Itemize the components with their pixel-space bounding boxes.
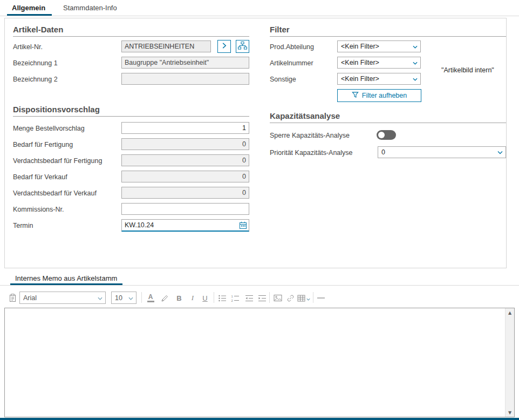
memo-divider — [0, 285, 519, 286]
font-color-icon[interactable]: A — [145, 292, 156, 304]
toolbar-separator — [269, 292, 270, 303]
scroll-up-arrow[interactable]: ▲ — [506, 308, 514, 317]
sperre-kapazitaets-analyse-label: Sperre Kapazitäts-Analyse — [270, 132, 350, 139]
menge-bestellvorschlag-label: Menge Bestellvorschlag — [13, 125, 85, 132]
artikelnummer-select[interactable]: <Kein Filter> — [337, 57, 421, 69]
prioritaet-kapazitaets-analyse-select[interactable]: 0 — [378, 146, 506, 158]
section-title-artikel-daten: Artikel-Daten — [13, 25, 63, 34]
sonstige-select[interactable]: <Kein Filter> — [337, 73, 421, 85]
artikelnummer-value: <Kein Filter> — [341, 59, 379, 66]
chevron-down-icon — [413, 75, 418, 83]
window-bottom-border — [0, 418, 519, 420]
section-rule — [270, 123, 506, 123]
verdachtsbedarf-verkauf-label: Verdachtsbedarf für Verkauf — [13, 189, 97, 197]
bullet-list-icon[interactable] — [216, 292, 228, 304]
bedarf-fertigung-label: Bedarf für Fertigung — [13, 141, 73, 148]
indent-icon[interactable] — [256, 292, 268, 304]
sonstige-value: <Kein Filter> — [341, 75, 379, 83]
svg-text:1: 1 — [231, 294, 234, 297]
calendar-icon[interactable] — [239, 221, 247, 232]
prioritaet-kapazitaets-analyse-label: Priorität Kapazitäts-Analyse — [270, 149, 353, 157]
chevron-down-icon — [413, 59, 418, 66]
org-chart-icon — [238, 42, 247, 51]
bezeichnung1-input[interactable] — [121, 57, 249, 69]
chevron-down-icon — [128, 294, 133, 302]
bedarf-fertigung-input[interactable] — [121, 138, 249, 150]
section-rule — [270, 36, 506, 37]
outdent-icon[interactable] — [243, 292, 255, 304]
main-panel — [4, 18, 507, 268]
toolbar-separator — [313, 292, 313, 303]
bold-icon[interactable]: B — [173, 292, 185, 304]
prod-abteilung-select[interactable]: <Kein Filter> — [337, 40, 421, 52]
highlight-pencil-icon[interactable] — [159, 292, 170, 304]
chevron-down-icon — [98, 294, 103, 302]
tabbar-divider — [0, 16, 519, 16]
open-artikel-button[interactable] — [217, 40, 231, 53]
filter-aufheben-button[interactable]: Filter aufheben — [337, 89, 421, 102]
section-rule — [13, 36, 249, 37]
horizontal-rule-icon[interactable] — [315, 292, 327, 304]
artikelnummer-label: Artikelnummer — [270, 59, 313, 67]
memo-scrollbar[interactable]: ▲ ▼ — [505, 308, 514, 417]
termin-label: Termin — [13, 222, 33, 229]
artikel-nr-label: Artikel-Nr. — [13, 43, 43, 51]
structure-button[interactable] — [236, 40, 249, 53]
bedarf-verkauf-label: Bedarf für Verkauf — [13, 173, 67, 181]
toolbar-separator — [214, 292, 214, 303]
bedarf-verkauf-input[interactable] — [121, 171, 249, 182]
image-icon[interactable] — [272, 292, 284, 304]
section-title-disposition: Dispositionsvorschlag — [13, 105, 100, 114]
scroll-down-arrow[interactable]: ▼ — [506, 408, 514, 417]
bezeichnung2-input[interactable] — [121, 73, 249, 85]
menge-bestellvorschlag-input[interactable] — [121, 122, 249, 134]
bezeichnung2-label: Bezeichnung 2 — [13, 76, 58, 83]
section-rule — [13, 116, 249, 117]
chevron-down-icon — [413, 43, 418, 50]
memo-editor[interactable] — [4, 308, 515, 417]
sonstige-label: Sonstige — [270, 76, 296, 83]
underline-icon[interactable]: U — [199, 292, 211, 304]
italic-icon[interactable]: I — [187, 292, 199, 304]
toggle-knob — [378, 132, 385, 138]
tab-allgemein[interactable]: Allgemein — [12, 4, 45, 12]
font-family-select[interactable]: Arial — [19, 292, 106, 304]
svg-text:2: 2 — [231, 299, 234, 302]
section-title-filter: Filter — [270, 25, 290, 34]
verdachtsbedarf-fertigung-input[interactable] — [121, 154, 249, 166]
paste-icon[interactable] — [6, 292, 18, 304]
section-title-kapazitaet: Kapazitätsanalyse — [270, 111, 340, 120]
verdachtsbedarf-fertigung-label: Verdachtsbedarf für Fertigung — [13, 157, 102, 165]
chevron-right-icon — [221, 42, 228, 51]
sperre-kapazitaets-analyse-toggle[interactable] — [377, 130, 396, 140]
bezeichnung1-label: Bezeichnung 1 — [13, 59, 58, 67]
chevron-down-icon — [306, 293, 310, 303]
prod-abteilung-label: Prod.Abteilung — [270, 43, 314, 51]
termin-input[interactable] — [121, 219, 249, 232]
link-icon[interactable] — [284, 292, 296, 304]
kommissions-nr-input[interactable] — [121, 203, 249, 215]
verdachtsbedarf-verkauf-input[interactable] — [121, 187, 249, 199]
prioritaet-value: 0 — [381, 148, 385, 156]
toolbar-separator — [141, 292, 142, 303]
table-icon[interactable] — [296, 292, 311, 304]
filter-aufheben-label: Filter aufheben — [362, 92, 407, 99]
chevron-down-icon — [497, 148, 503, 156]
font-family-value: Arial — [23, 294, 37, 302]
numbered-list-icon[interactable]: 1 2 — [229, 292, 241, 304]
font-size-select[interactable]: 10 — [111, 292, 136, 304]
kommissions-nr-label: Kommissions-Nr. — [13, 206, 64, 213]
application-window: Allgemein Stammdaten-Info Artikel-Daten … — [0, 0, 519, 420]
artikel-nr-input[interactable] — [121, 40, 211, 52]
artikelbild-caption: "Artikelbild intern" — [441, 66, 494, 74]
prod-abteilung-value: <Kein Filter> — [341, 43, 379, 50]
font-size-value: 10 — [115, 294, 122, 302]
tab-stammdaten-info[interactable]: Stammdaten-Info — [63, 4, 117, 12]
funnel-icon — [352, 91, 359, 100]
tab-internes-memo[interactable]: Internes Memo aus Artikelstamm — [15, 274, 117, 282]
